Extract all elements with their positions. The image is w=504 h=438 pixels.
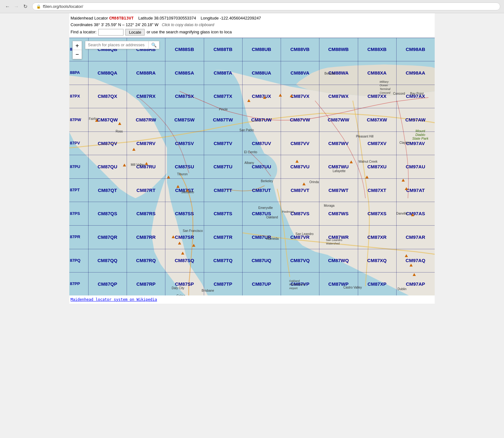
search-hint-text: or use the search magnifying glass icon … [146, 29, 232, 36]
find-locator-label: Find a locator: [71, 29, 96, 36]
page-content: Maidenhead Locator CM88TB13VT Latitude 3… [69, 13, 435, 304]
zoom-out-button[interactable]: − [73, 50, 82, 59]
url-text: f5len.org/tools/locator/ [43, 4, 83, 9]
latitude-value: 38.0571097030553374 [154, 16, 196, 20]
back-button[interactable]: ← [4, 3, 11, 10]
map-svg [69, 38, 435, 295]
coordinates-dms: 38° 3' 25.59" N – 122° 24' 20.18" W [94, 22, 158, 27]
forward-button[interactable]: → [13, 3, 20, 10]
longitude-value: -122.40560442209247 [220, 16, 261, 20]
svg-marker-1 [69, 76, 167, 198]
latitude-label: Latitude [138, 16, 153, 20]
search-input[interactable] [85, 41, 148, 49]
maidenhead-label: Maidenhead Locator [71, 16, 108, 20]
coordinates-label: Coordinates [71, 22, 93, 27]
zoom-in-button[interactable]: + [73, 41, 82, 50]
map-controls: + − [72, 41, 82, 59]
wiki-link-bar: Maidenhead locator system on Wikipedia [69, 295, 435, 304]
address-bar[interactable]: 🔒 f5len.org/tools/locator/ [32, 3, 500, 10]
search-box-container: 🔍 [85, 41, 159, 49]
info-bar: Maidenhead Locator CM88TB13VT Latitude 3… [69, 13, 435, 37]
nav-buttons: ← → ↻ [4, 3, 29, 10]
reload-button[interactable]: ↻ [21, 3, 29, 10]
locator-input[interactable] [98, 29, 123, 36]
svg-point-5 [227, 151, 277, 189]
click-copy-text[interactable]: Click to copy datas to clipboard [162, 23, 214, 27]
browser-chrome: ← → ↻ 🔒 f5len.org/tools/locator/ [0, 0, 504, 13]
locator-code: CM88TB13VT [109, 16, 134, 20]
wiki-link[interactable]: Maidenhead locator system on Wikipedia [71, 297, 157, 302]
map-area[interactable]: 88PBCM88QBCM88RBCM88SBCM88TBCM88UBCM88VB… [69, 37, 435, 295]
security-icon: 🔒 [36, 4, 41, 9]
find-locator-row: Find a locator: Locate or use the search… [71, 29, 433, 36]
locate-button[interactable]: Locate [125, 29, 145, 36]
longitude-label: Longitude [201, 16, 219, 20]
search-button[interactable]: 🔍 [148, 41, 159, 49]
